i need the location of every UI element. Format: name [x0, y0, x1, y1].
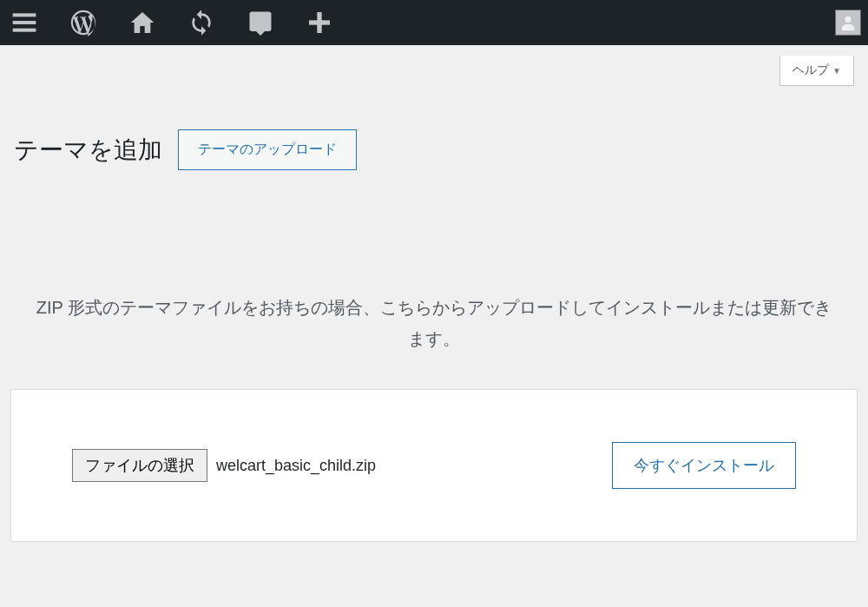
file-select-group: ファイルの選択 welcart_basic_child.zip — [72, 449, 376, 482]
comment-icon[interactable] — [243, 5, 278, 40]
content-area: ヘルプ ▼ テーマを追加 テーマのアップロード ZIP 形式のテーマファイルをお… — [0, 45, 868, 542]
instruction-text: ZIP 形式のテーマファイルをお持ちの場合、こちらからアップロードしてインストー… — [10, 292, 858, 354]
svg-rect-4 — [309, 20, 330, 24]
admin-bar-right — [835, 10, 861, 36]
wordpress-logo-icon[interactable] — [66, 5, 101, 40]
page-title: テーマを追加 — [14, 134, 162, 167]
admin-bar — [0, 0, 868, 45]
help-tab-label: ヘルプ — [792, 63, 829, 78]
upload-theme-button[interactable]: テーマのアップロード — [178, 129, 357, 170]
file-select-button[interactable]: ファイルの選択 — [72, 449, 207, 482]
page-header: テーマを追加 テーマのアップロード — [10, 129, 858, 170]
svg-rect-1 — [13, 21, 36, 24]
help-tab-wrapper: ヘルプ ▼ — [10, 45, 858, 86]
add-new-icon[interactable] — [302, 5, 337, 40]
install-now-button[interactable]: 今すぐインストール — [612, 442, 796, 489]
svg-point-5 — [845, 16, 851, 23]
menu-toggle-icon[interactable] — [7, 5, 42, 40]
selected-file-name: welcart_basic_child.zip — [216, 457, 376, 475]
upload-box: ファイルの選択 welcart_basic_child.zip 今すぐインストー… — [10, 389, 858, 542]
refresh-icon[interactable] — [184, 5, 219, 40]
svg-rect-0 — [13, 13, 36, 16]
svg-rect-2 — [13, 29, 36, 32]
avatar[interactable] — [835, 10, 861, 36]
help-tab[interactable]: ヘルプ ▼ — [779, 56, 854, 86]
admin-bar-left — [7, 5, 337, 40]
chevron-down-icon: ▼ — [832, 66, 841, 76]
home-icon[interactable] — [125, 5, 160, 40]
